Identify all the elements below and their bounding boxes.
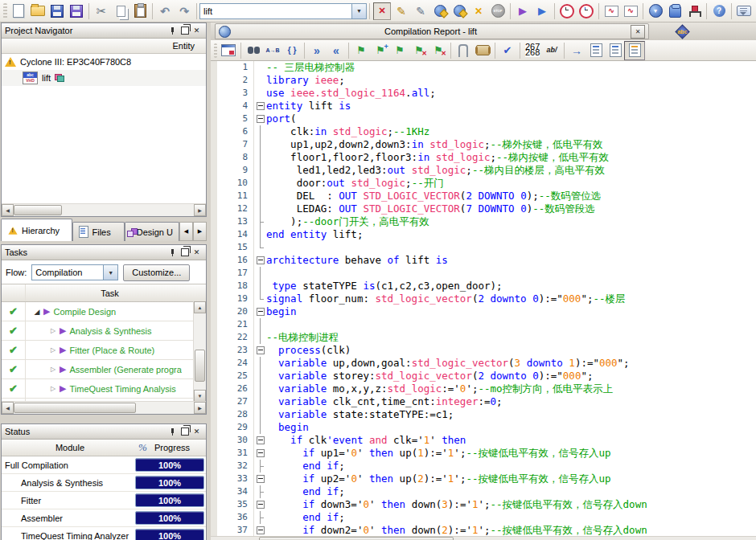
task-row[interactable]: ✔▷▶TimeQuest Timing Analysis [2, 379, 206, 399]
code-line[interactable]: 32 end if; [211, 460, 756, 472]
liftvhd-tab[interactable]: abc [649, 26, 756, 38]
fold-minus-icon[interactable] [257, 526, 265, 534]
fold-marker[interactable] [254, 472, 266, 485]
help-icon[interactable]: ? [709, 2, 729, 20]
code-line[interactable]: 24 variable up,down,goal:std_logic_vecto… [211, 357, 756, 370]
task-table-header[interactable]: Task [2, 284, 206, 302]
compilation-report-tab[interactable]: Compilation Report - lift ✕ [215, 23, 649, 39]
code-line[interactable]: 17 [211, 267, 756, 280]
code-line[interactable]: 19signal floor_num: std_logic_vector(2 d… [211, 292, 756, 305]
tasks-hscrollbar[interactable]: ◀ ▶ [2, 401, 206, 414]
code-line[interactable]: 25 variable storey:std_logic_vector(2 do… [211, 370, 756, 382]
report-tree-icon[interactable] [606, 42, 625, 59]
code-line[interactable]: 28 variable state:stateTYPE:=c1; [211, 408, 756, 421]
bookmark-remove-icon[interactable]: ⚑ [409, 42, 429, 59]
status-row[interactable]: TimeQuest Timing Analyzer100% [2, 527, 206, 540]
status-row[interactable]: Full Compilation100% [2, 456, 206, 474]
fold-minus-icon[interactable] [257, 436, 265, 444]
close-panel-button[interactable]: ✕ [191, 25, 203, 36]
scroll-up-button[interactable]: ▲ [194, 301, 206, 313]
code-line[interactable]: 21 [211, 318, 756, 331]
status-row[interactable]: Assembler100% [2, 509, 206, 527]
device-settings-icon[interactable] [450, 2, 469, 20]
scroll-right-button[interactable]: ▶ [194, 402, 206, 414]
start-analysis-icon[interactable]: ▶ [532, 2, 552, 20]
status-table-header[interactable]: Module % Progress [2, 440, 206, 456]
code-line[interactable]: 11 DEL : OUT STD_LOGIC_VECTOR(2 DOWNTO 0… [211, 190, 756, 202]
code-line[interactable]: 8 floor1,floor2,floor3:in std_logic;--梯内… [211, 151, 756, 164]
fold-marker[interactable] [254, 447, 266, 460]
redo-icon[interactable]: ↷ [175, 2, 194, 20]
tab-hierarchy[interactable]: Hierarchy [1, 219, 72, 241]
fold-minus-icon[interactable] [257, 346, 265, 354]
fold-minus-icon[interactable] [257, 102, 265, 110]
combobox-arrow-icon[interactable]: ▼ [351, 4, 366, 18]
fold-marker[interactable] [254, 524, 266, 537]
timequest-icon[interactable] [557, 2, 577, 20]
expand-arrow-icon[interactable]: ▷ [48, 327, 58, 334]
macro-icon[interactable] [473, 42, 492, 59]
tab-files[interactable]: Files [72, 222, 124, 241]
code-line[interactable]: 30 if clk'event and clk='1' then [211, 434, 756, 447]
scroll-left-button[interactable]: ◀ [2, 204, 14, 216]
fold-marker[interactable] [254, 344, 266, 357]
code-line[interactable]: 7 up1,up2,down2,down3:in std_logic;--梯外按… [211, 138, 756, 151]
pin-button[interactable] [166, 25, 179, 36]
tab-design-units[interactable]: Design U [125, 222, 179, 241]
combobox-arrow-icon[interactable]: ▼ [103, 265, 117, 280]
feedback-icon[interactable] [734, 2, 754, 20]
open-file-icon[interactable] [28, 2, 47, 20]
scroll-down-button[interactable]: ▼ [194, 390, 206, 402]
fold-marker[interactable] [254, 112, 266, 125]
new-file-icon[interactable] [9, 2, 28, 20]
scroll-thumb[interactable] [259, 537, 454, 540]
assignment-remove-icon[interactable]: ✕ [469, 2, 488, 20]
timing-analyzer-icon[interactable] [577, 2, 596, 20]
entity-tree-row[interactable]: abcVHD lift [2, 70, 206, 86]
find-icon[interactable] [244, 42, 263, 59]
assignment-editor-icon[interactable]: ✎ [392, 2, 411, 20]
code-line[interactable]: 2library ieee; [211, 74, 756, 87]
cut-icon[interactable]: ✂ [92, 2, 111, 20]
customize-button[interactable]: Customize... [123, 264, 190, 281]
bookmark-add-icon[interactable]: ⚑ [371, 42, 390, 59]
fold-minus-icon[interactable] [257, 308, 265, 316]
goto-icon[interactable]: → [567, 42, 586, 59]
code-line[interactable]: 6 clk:in std_logic;--1KHz [211, 125, 756, 138]
pin-assignments-icon[interactable]: ✕ [372, 2, 392, 20]
scroll-right-button[interactable]: ▶ [194, 204, 206, 216]
match-delimiter-icon[interactable]: { } [282, 42, 302, 59]
scroll-thumb[interactable] [195, 350, 205, 382]
fold-marker[interactable] [254, 434, 266, 447]
editor-hscrollbar[interactable] [211, 536, 756, 540]
indent-icon[interactable]: » [307, 42, 327, 59]
bookmark-remove-all-icon[interactable]: ⚑ [429, 42, 448, 59]
scroll-thumb[interactable] [14, 205, 62, 215]
tasks-vscrollbar[interactable]: ▲ ▼ [193, 301, 206, 402]
code-line[interactable]: 16architecture behave of lift is [211, 254, 756, 267]
entity-column-header[interactable]: Entity [2, 39, 206, 54]
close-panel-button[interactable]: ✕ [191, 426, 203, 437]
syntax-check-icon[interactable]: ✔ [498, 42, 517, 59]
fold-marker[interactable] [254, 305, 266, 318]
code-line[interactable]: 36 end if; [211, 511, 756, 524]
float-button[interactable] [179, 25, 191, 36]
compiler-settings-icon[interactable] [430, 2, 450, 20]
code-line[interactable]: 18 type stateTYPE is(c1,c2,c3,open_door)… [211, 280, 756, 292]
expand-arrow-icon[interactable]: ▷ [48, 366, 58, 373]
code-editor[interactable]: 1-- 三层电梯控制器2library ieee;3use ieee.std_l… [211, 61, 756, 537]
fold-minus-icon[interactable] [257, 449, 265, 457]
save-project-icon[interactable] [67, 2, 86, 20]
task-row[interactable]: ✔▷▶Analysis & Synthesis [2, 321, 206, 341]
programmer-icon[interactable]: ▼ [646, 2, 665, 20]
code-line[interactable]: 22--电梯控制进程 [211, 331, 756, 344]
code-line[interactable]: 26 variable mo,x,y,z:std_logic:='0';--mo… [211, 382, 756, 395]
expand-arrow-icon[interactable]: ▷ [48, 385, 58, 392]
fold-minus-icon[interactable] [257, 501, 265, 509]
rtl-viewer-icon[interactable]: ∿ [602, 2, 621, 20]
code-line[interactable]: 34 end if; [211, 485, 756, 498]
fold-minus-icon[interactable] [257, 475, 265, 483]
float-button[interactable] [179, 426, 191, 437]
code-line[interactable]: 4entity lift is [211, 100, 756, 112]
code-line[interactable]: 27 variable clk_cnt,time_cnt:integer:=0; [211, 395, 756, 408]
